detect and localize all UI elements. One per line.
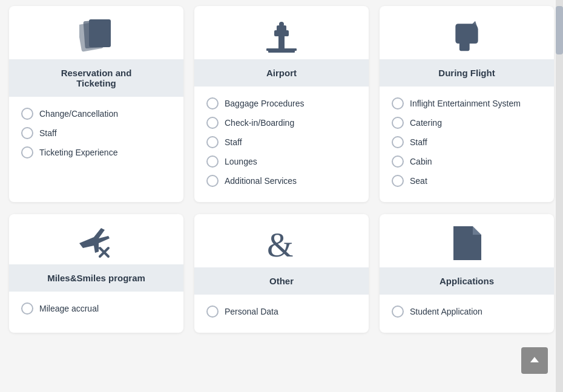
svg-rect-2 bbox=[89, 19, 111, 47]
radio-ife[interactable] bbox=[392, 97, 404, 109]
radio-staff-airport[interactable] bbox=[206, 136, 219, 148]
card-items-other: Personal Data bbox=[194, 295, 369, 321]
list-item[interactable]: Student Application bbox=[392, 305, 542, 318]
radio-cabin[interactable] bbox=[392, 155, 404, 168]
list-item[interactable]: Staff bbox=[206, 136, 357, 148]
card-applications: Applications Student Application bbox=[380, 214, 554, 333]
card-items-flight: Inflight Entertainment System Catering S… bbox=[380, 87, 554, 190]
card-reservation-ticketing: Reservation and Ticketing Change/Cancell… bbox=[9, 6, 183, 202]
list-item[interactable]: Change/Cancellation bbox=[21, 108, 171, 120]
card-header-airport: Airport bbox=[194, 59, 369, 87]
radio-baggage[interactable] bbox=[206, 97, 219, 109]
radio-additional[interactable] bbox=[206, 175, 219, 187]
card-items-applications: Student Application bbox=[380, 295, 554, 321]
list-item[interactable]: Personal Data bbox=[206, 305, 357, 318]
card-miles-smiles: Miles&Smiles program Mileage accrual bbox=[9, 214, 183, 333]
row-1: Reservation and Ticketing Change/Cancell… bbox=[9, 6, 554, 202]
list-item[interactable]: Lounges bbox=[206, 155, 357, 168]
list-item[interactable]: Cabin bbox=[392, 155, 542, 168]
list-item[interactable]: Baggage Procedures bbox=[206, 97, 357, 109]
radio-seat[interactable] bbox=[392, 175, 404, 187]
radio-lounges[interactable] bbox=[206, 155, 219, 168]
svg-text:&: & bbox=[267, 226, 294, 261]
card-header-flight: During Flight bbox=[380, 59, 554, 87]
card-items-reservation: Change/Cancellation Staff Ticketing Expe… bbox=[9, 97, 183, 162]
list-item[interactable]: Mileage accrual bbox=[21, 302, 171, 315]
radio-checkin[interactable] bbox=[206, 117, 219, 129]
back-to-top-button[interactable] bbox=[521, 347, 548, 351]
card-icon-applications bbox=[380, 214, 554, 267]
svg-rect-6 bbox=[279, 22, 284, 27]
list-item[interactable]: Staff bbox=[21, 127, 171, 139]
card-header-other: Other bbox=[194, 267, 369, 295]
radio-staff-res[interactable] bbox=[21, 127, 33, 139]
list-item[interactable]: Inflight Entertainment System bbox=[392, 97, 542, 109]
card-items-airport: Baggage Procedures Check-in/Boarding Sta… bbox=[194, 87, 369, 190]
card-icon-airport bbox=[194, 6, 369, 59]
svg-rect-8 bbox=[266, 48, 297, 51]
list-item[interactable]: Staff bbox=[392, 136, 542, 148]
card-icon-flight bbox=[380, 6, 554, 59]
list-item[interactable]: Additional Services bbox=[206, 175, 357, 187]
card-icon-other: & bbox=[194, 214, 369, 267]
card-header-applications: Applications bbox=[380, 267, 554, 295]
card-header-miles: Miles&Smiles program bbox=[9, 264, 183, 292]
scrollbar-track[interactable] bbox=[556, 0, 563, 351]
list-item[interactable]: Check-in/Boarding bbox=[206, 117, 357, 129]
card-during-flight: During Flight Inflight Entertainment Sys… bbox=[380, 6, 554, 202]
card-header-reservation: Reservation and Ticketing bbox=[9, 59, 183, 97]
list-item[interactable]: Seat bbox=[392, 175, 542, 187]
card-other: & Other Personal Data bbox=[194, 214, 369, 333]
row-2: Miles&Smiles program Mileage accrual & O… bbox=[9, 214, 554, 333]
page-container: Reservation and Ticketing Change/Cancell… bbox=[0, 0, 563, 351]
card-airport: Airport Baggage Procedures Check-in/Boar… bbox=[194, 6, 369, 202]
radio-student-app[interactable] bbox=[392, 305, 404, 318]
radio-ticketing-experience[interactable] bbox=[21, 146, 33, 158]
radio-mileage[interactable] bbox=[21, 302, 33, 315]
scrollbar-thumb[interactable] bbox=[556, 6, 563, 54]
card-icon-reservation bbox=[9, 6, 183, 59]
radio-staff-flight[interactable] bbox=[392, 136, 404, 148]
list-item[interactable]: Ticketing Experience bbox=[21, 146, 171, 158]
list-item[interactable]: Catering bbox=[392, 117, 542, 129]
card-icon-miles bbox=[9, 214, 183, 264]
radio-catering[interactable] bbox=[392, 117, 404, 129]
radio-personal-data[interactable] bbox=[206, 305, 219, 318]
radio-change-cancellation[interactable] bbox=[21, 108, 33, 120]
card-items-miles: Mileage accrual bbox=[9, 292, 183, 318]
